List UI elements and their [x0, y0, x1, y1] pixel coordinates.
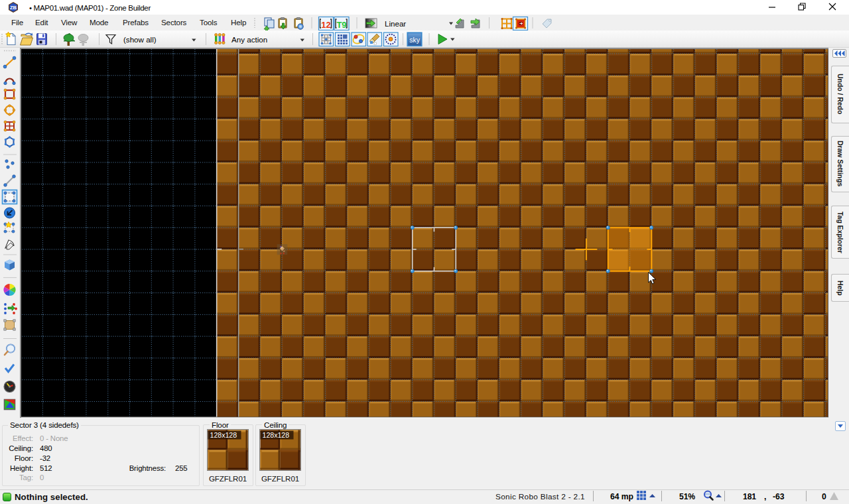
svg-text:Linear: Linear: [385, 19, 406, 28]
svg-text:(show all): (show all): [123, 35, 157, 44]
svg-text:128x128: 128x128: [210, 431, 237, 439]
svg-text:128x128: 128x128: [263, 431, 290, 439]
svg-text:ZB: ZB: [10, 5, 17, 11]
svg-text:sky: sky: [409, 36, 421, 44]
svg-text:T9: T9: [336, 20, 346, 30]
svg-text:12: 12: [321, 20, 330, 30]
svg-text:Any action: Any action: [231, 35, 267, 44]
